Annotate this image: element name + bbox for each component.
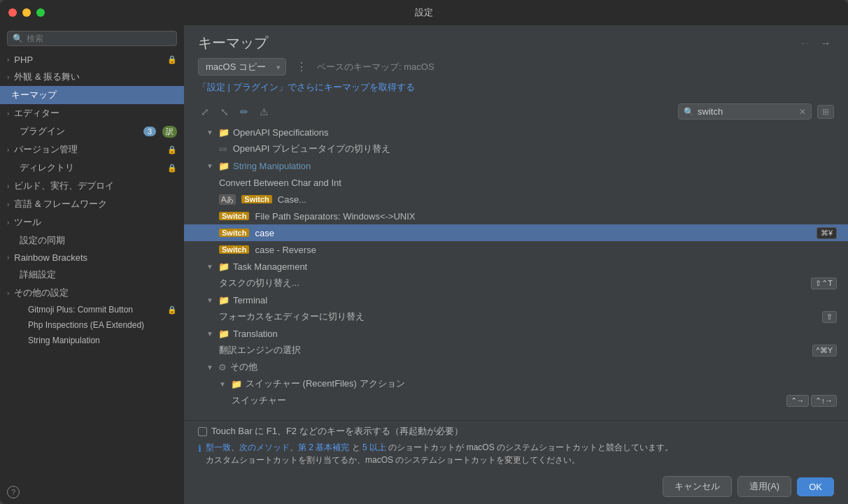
switch-badge: Switch	[241, 195, 271, 203]
maximize-button[interactable]	[36, 8, 45, 17]
keymap-more-button[interactable]: ⋮	[293, 59, 310, 75]
warning-link-type[interactable]: 型一致	[206, 442, 231, 452]
tree-item-task-mgmt[interactable]: ▼ 📁 Task Management	[184, 258, 848, 275]
chevron-down-icon: ▼	[206, 162, 215, 170]
main-header: キーマップ ← →	[184, 25, 848, 58]
edit-shortcut-icon[interactable]: ✏	[237, 105, 251, 119]
sidebar-item-label: Rainbow Brackets	[14, 252, 87, 263]
search-icon: 🔍	[684, 107, 694, 117]
tree-item-string-manip[interactable]: ▼ 📁 String Manipulation	[184, 157, 848, 174]
collapse-all-icon[interactable]: ⤡	[218, 105, 232, 119]
sidebar-item-plugins[interactable]: プラグイン 3 訳	[0, 122, 184, 141]
sidebar-item-rainbow[interactable]: › Rainbow Brackets	[0, 250, 184, 266]
chevron-right-icon: ›	[7, 219, 9, 226]
sidebar-item-keymap[interactable]: キーマップ	[0, 86, 184, 104]
clear-search-icon[interactable]: ✕	[799, 107, 806, 117]
keymap-link-row: 「設定 | プラグイン」でさらにキーマップを取得する	[184, 81, 848, 101]
ok-button[interactable]: OK	[797, 477, 834, 496]
chevron-down-icon: ▼	[206, 263, 215, 271]
sidebar-item-phpinspect[interactable]: Php Inspections (EA Extended)	[0, 317, 184, 333]
apply-button[interactable]: 適用(A)	[737, 476, 791, 497]
sidebar-item-gitmoji[interactable]: Gitmoji Plus: Commit Button 🔒	[0, 302, 184, 317]
chevron-right-icon: ›	[7, 110, 9, 117]
tree-item-switch-case-rev[interactable]: Switch case - Reverse	[184, 241, 848, 258]
tree-item-focus-editor[interactable]: フォーカスをエディターに切り替え ⇧	[184, 308, 848, 325]
chevron-down-icon: ▼	[219, 380, 227, 388]
tree-item-openapi[interactable]: ▼ 📁 OpenAPI Specifications	[184, 124, 848, 141]
sidebar-item-label: 設定の同期	[20, 234, 65, 247]
close-button[interactable]	[8, 8, 17, 17]
switch-badge: Switch	[219, 245, 249, 254]
tree-item-switch-case-dots[interactable]: Aあ Switch Case...	[184, 191, 848, 208]
shortcut-badge: ⌃→ ⌃↑→	[786, 395, 838, 407]
sidebar-search-input[interactable]	[27, 34, 171, 43]
tree-item-translate-engine[interactable]: 翻訳エンジンの選択 ^⌘Y	[184, 342, 848, 359]
search-icon: 🔍	[13, 34, 23, 43]
tree-item-label: スイッチャー (RecentFiles) アクション	[246, 377, 405, 390]
shortcut-badge: ⇧	[822, 311, 837, 323]
touch-bar-checkbox[interactable]	[198, 427, 207, 436]
chevron-down-icon: ▼	[206, 129, 215, 136]
cancel-button[interactable]: キャンセル	[663, 476, 732, 497]
sidebar-item-label: キーマップ	[11, 89, 57, 101]
warning-link-method[interactable]: 次のメソッド	[239, 442, 290, 452]
tree-item-convert-char[interactable]: Convert Between Char and Int	[184, 174, 848, 191]
warning-link-completion[interactable]: 第 2 基本補完	[298, 442, 349, 452]
tree-item-translation[interactable]: ▼ 📁 Translation	[184, 325, 848, 342]
expand-all-icon[interactable]: ⤢	[198, 105, 212, 119]
tree-item-switcher-action[interactable]: ▼ 📁 スイッチャー (RecentFiles) アクション	[184, 375, 848, 392]
minimize-button[interactable]	[22, 8, 31, 17]
translate-badge: 訳	[162, 126, 177, 138]
shortcut-key2: ⌃↑→	[811, 395, 838, 407]
sidebar-search-box[interactable]: 🔍	[7, 31, 177, 46]
chevron-right-icon: ›	[7, 289, 9, 297]
forward-arrow-icon[interactable]: →	[817, 36, 834, 51]
keymap-select[interactable]: macOS コピー	[198, 58, 286, 75]
main-content: 🔍 › PHP 🔒 › 外観 & 振る舞い キーマップ	[0, 25, 848, 504]
warning-filter-icon[interactable]: ⚠	[257, 105, 271, 119]
folder-icon: 📁	[231, 379, 242, 389]
sidebar-item-php[interactable]: › PHP 🔒	[0, 52, 184, 68]
expand-panel-button[interactable]: ⊞	[817, 105, 834, 119]
tree-item-switch-filepath[interactable]: Switch File Path Separators: Windows<->U…	[184, 208, 848, 224]
sidebar-item-lang[interactable]: › 言語 & フレームワーク	[0, 195, 184, 213]
tree-item-label: タスクの切り替え...	[219, 277, 299, 289]
back-arrow-icon[interactable]: ←	[796, 36, 813, 51]
lock-icon: 🔒	[167, 55, 177, 64]
sidebar-item-vcs[interactable]: › バージョン管理 🔒	[0, 141, 184, 159]
sidebar-item-build[interactable]: › ビルド、実行、デプロイ	[0, 177, 184, 195]
tree-item-terminal[interactable]: ▼ 📁 Terminal	[184, 291, 848, 308]
tree-item-label: スイッチャー	[232, 394, 286, 407]
touch-bar-label: Touch Bar に F1、F2 などのキーを表示する（再起動が必要）	[211, 425, 463, 438]
keymap-controls: macOS コピー ▾ ⋮ ベースのキーマップ: macOS	[184, 58, 848, 81]
chevron-right-icon: ›	[7, 146, 9, 154]
tree-item-label: case - Reverse	[255, 245, 316, 255]
warning-line2: カスタムショートカットを割り当てるか、macOS のシステムショートカットを変更…	[206, 455, 580, 465]
folder-icon: 📁	[218, 161, 229, 171]
tree-item-task-switch[interactable]: タスクの切り替え... ⇧⌃T	[184, 275, 848, 291]
tree-item-switcher[interactable]: スイッチャー ⌃→ ⌃↑→	[184, 392, 848, 409]
search-input[interactable]	[698, 106, 796, 117]
help-button[interactable]: ?	[7, 486, 20, 498]
sidebar-item-sync[interactable]: 設定の同期	[0, 231, 184, 250]
sidebar: 🔍 › PHP 🔒 › 外観 & 振る舞い キーマップ	[0, 25, 184, 504]
sidebar-item-appearance[interactable]: › 外観 & 振る舞い	[0, 68, 184, 86]
sidebar-item-other[interactable]: › その他の設定	[0, 284, 184, 302]
sidebar-item-strmanip[interactable]: String Manipulation	[0, 333, 184, 348]
tree-item-switch-case[interactable]: Switch case ⌘¥	[184, 224, 848, 241]
sidebar-item-directory[interactable]: ディレクトリ 🔒	[0, 159, 184, 177]
sidebar-item-label: 外観 & 振る舞い	[14, 71, 80, 83]
page-title: キーマップ	[198, 34, 268, 52]
tree-item-label: case	[255, 228, 274, 238]
sidebar-item-editor[interactable]: › エディター	[0, 104, 184, 122]
sidebar-item-label: ディレクトリ	[20, 161, 74, 174]
warning-link-count[interactable]: 5 以上	[362, 442, 386, 452]
switch-badge: Switch	[219, 229, 249, 237]
sidebar-item-detail[interactable]: 詳細設定	[0, 266, 184, 284]
tree-item-openapi-preview[interactable]: ≡≡ OpenAPI プレビュータイプの切り替え	[184, 141, 848, 157]
tree-item-other[interactable]: ▼ ⚙ その他	[184, 359, 848, 375]
sidebar-item-label: PHP	[14, 55, 33, 65]
sidebar-item-label: その他の設定	[14, 287, 69, 299]
sidebar-item-tools[interactable]: › ツール	[0, 213, 184, 231]
keymap-plugin-link[interactable]: 「設定 | プラグイン」でさらにキーマップを取得する	[198, 82, 415, 92]
